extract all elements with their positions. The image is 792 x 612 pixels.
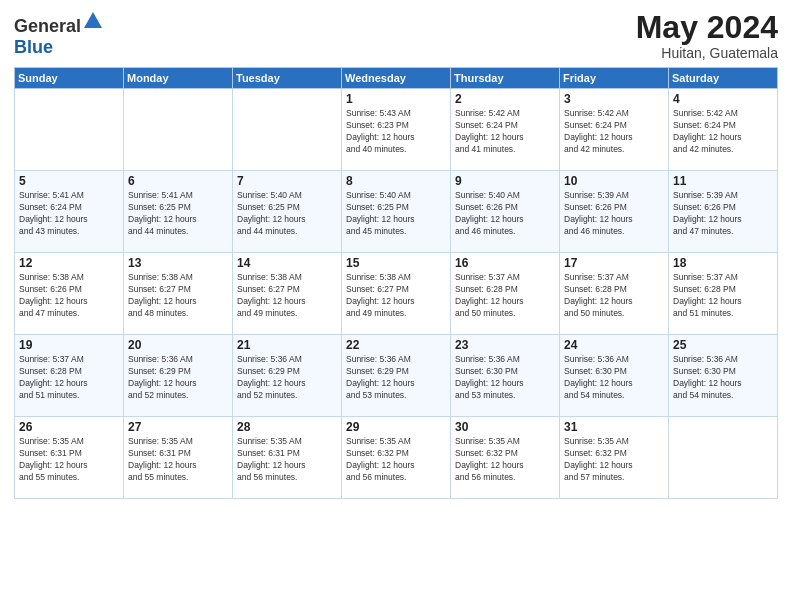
day-number: 18 [673,256,773,270]
day-info: Sunrise: 5:36 AM Sunset: 6:29 PM Dayligh… [346,354,446,402]
calendar-cell [669,417,778,499]
weekday-sunday: Sunday [15,68,124,89]
day-info: Sunrise: 5:36 AM Sunset: 6:29 PM Dayligh… [237,354,337,402]
day-number: 19 [19,338,119,352]
logo-general-text: General [14,16,81,36]
weekday-thursday: Thursday [451,68,560,89]
calendar-week-0: 1Sunrise: 5:43 AM Sunset: 6:23 PM Daylig… [15,89,778,171]
day-number: 16 [455,256,555,270]
calendar-cell: 17Sunrise: 5:37 AM Sunset: 6:28 PM Dayli… [560,253,669,335]
day-info: Sunrise: 5:37 AM Sunset: 6:28 PM Dayligh… [19,354,119,402]
calendar-week-2: 12Sunrise: 5:38 AM Sunset: 6:26 PM Dayli… [15,253,778,335]
day-info: Sunrise: 5:42 AM Sunset: 6:24 PM Dayligh… [673,108,773,156]
day-number: 2 [455,92,555,106]
day-number: 15 [346,256,446,270]
calendar-cell: 8Sunrise: 5:40 AM Sunset: 6:25 PM Daylig… [342,171,451,253]
day-info: Sunrise: 5:42 AM Sunset: 6:24 PM Dayligh… [564,108,664,156]
calendar-cell: 5Sunrise: 5:41 AM Sunset: 6:24 PM Daylig… [15,171,124,253]
calendar-cell: 20Sunrise: 5:36 AM Sunset: 6:29 PM Dayli… [124,335,233,417]
calendar-cell: 11Sunrise: 5:39 AM Sunset: 6:26 PM Dayli… [669,171,778,253]
calendar-cell: 23Sunrise: 5:36 AM Sunset: 6:30 PM Dayli… [451,335,560,417]
day-info: Sunrise: 5:35 AM Sunset: 6:31 PM Dayligh… [128,436,228,484]
day-number: 17 [564,256,664,270]
day-number: 4 [673,92,773,106]
day-info: Sunrise: 5:40 AM Sunset: 6:25 PM Dayligh… [237,190,337,238]
calendar-week-3: 19Sunrise: 5:37 AM Sunset: 6:28 PM Dayli… [15,335,778,417]
calendar-table: Sunday Monday Tuesday Wednesday Thursday… [14,67,778,499]
day-info: Sunrise: 5:43 AM Sunset: 6:23 PM Dayligh… [346,108,446,156]
day-info: Sunrise: 5:38 AM Sunset: 6:26 PM Dayligh… [19,272,119,320]
day-info: Sunrise: 5:38 AM Sunset: 6:27 PM Dayligh… [237,272,337,320]
calendar-week-1: 5Sunrise: 5:41 AM Sunset: 6:24 PM Daylig… [15,171,778,253]
day-info: Sunrise: 5:38 AM Sunset: 6:27 PM Dayligh… [128,272,228,320]
calendar-cell: 14Sunrise: 5:38 AM Sunset: 6:27 PM Dayli… [233,253,342,335]
day-info: Sunrise: 5:36 AM Sunset: 6:30 PM Dayligh… [455,354,555,402]
weekday-wednesday: Wednesday [342,68,451,89]
calendar-cell: 30Sunrise: 5:35 AM Sunset: 6:32 PM Dayli… [451,417,560,499]
weekday-row: Sunday Monday Tuesday Wednesday Thursday… [15,68,778,89]
day-info: Sunrise: 5:35 AM Sunset: 6:32 PM Dayligh… [564,436,664,484]
weekday-monday: Monday [124,68,233,89]
day-number: 26 [19,420,119,434]
day-number: 20 [128,338,228,352]
logo: General Blue [14,10,104,58]
day-info: Sunrise: 5:41 AM Sunset: 6:24 PM Dayligh… [19,190,119,238]
calendar-cell: 3Sunrise: 5:42 AM Sunset: 6:24 PM Daylig… [560,89,669,171]
calendar-cell [15,89,124,171]
weekday-tuesday: Tuesday [233,68,342,89]
day-number: 29 [346,420,446,434]
header: General Blue May 2024 Huitan, Guatemala [14,10,778,61]
calendar-cell: 28Sunrise: 5:35 AM Sunset: 6:31 PM Dayli… [233,417,342,499]
day-number: 31 [564,420,664,434]
day-info: Sunrise: 5:39 AM Sunset: 6:26 PM Dayligh… [673,190,773,238]
day-number: 25 [673,338,773,352]
calendar-cell: 18Sunrise: 5:37 AM Sunset: 6:28 PM Dayli… [669,253,778,335]
day-info: Sunrise: 5:39 AM Sunset: 6:26 PM Dayligh… [564,190,664,238]
day-info: Sunrise: 5:37 AM Sunset: 6:28 PM Dayligh… [564,272,664,320]
calendar-cell: 29Sunrise: 5:35 AM Sunset: 6:32 PM Dayli… [342,417,451,499]
day-info: Sunrise: 5:35 AM Sunset: 6:31 PM Dayligh… [19,436,119,484]
calendar-cell: 19Sunrise: 5:37 AM Sunset: 6:28 PM Dayli… [15,335,124,417]
day-number: 8 [346,174,446,188]
day-info: Sunrise: 5:35 AM Sunset: 6:32 PM Dayligh… [455,436,555,484]
month-title: May 2024 [636,10,778,45]
logo-icon [82,10,104,32]
day-number: 21 [237,338,337,352]
day-info: Sunrise: 5:35 AM Sunset: 6:31 PM Dayligh… [237,436,337,484]
day-info: Sunrise: 5:37 AM Sunset: 6:28 PM Dayligh… [673,272,773,320]
page: General Blue May 2024 Huitan, Guatemala … [0,0,792,612]
calendar-cell: 2Sunrise: 5:42 AM Sunset: 6:24 PM Daylig… [451,89,560,171]
calendar-cell: 6Sunrise: 5:41 AM Sunset: 6:25 PM Daylig… [124,171,233,253]
day-info: Sunrise: 5:40 AM Sunset: 6:25 PM Dayligh… [346,190,446,238]
calendar-cell: 15Sunrise: 5:38 AM Sunset: 6:27 PM Dayli… [342,253,451,335]
calendar-cell: 16Sunrise: 5:37 AM Sunset: 6:28 PM Dayli… [451,253,560,335]
calendar-cell: 26Sunrise: 5:35 AM Sunset: 6:31 PM Dayli… [15,417,124,499]
day-number: 9 [455,174,555,188]
day-number: 24 [564,338,664,352]
calendar-cell: 1Sunrise: 5:43 AM Sunset: 6:23 PM Daylig… [342,89,451,171]
calendar-header: Sunday Monday Tuesday Wednesday Thursday… [15,68,778,89]
day-info: Sunrise: 5:37 AM Sunset: 6:28 PM Dayligh… [455,272,555,320]
calendar-cell: 24Sunrise: 5:36 AM Sunset: 6:30 PM Dayli… [560,335,669,417]
day-info: Sunrise: 5:36 AM Sunset: 6:29 PM Dayligh… [128,354,228,402]
calendar-cell: 4Sunrise: 5:42 AM Sunset: 6:24 PM Daylig… [669,89,778,171]
day-info: Sunrise: 5:41 AM Sunset: 6:25 PM Dayligh… [128,190,228,238]
calendar-body: 1Sunrise: 5:43 AM Sunset: 6:23 PM Daylig… [15,89,778,499]
day-number: 3 [564,92,664,106]
day-number: 14 [237,256,337,270]
calendar-cell: 22Sunrise: 5:36 AM Sunset: 6:29 PM Dayli… [342,335,451,417]
day-number: 22 [346,338,446,352]
weekday-saturday: Saturday [669,68,778,89]
day-number: 10 [564,174,664,188]
day-info: Sunrise: 5:36 AM Sunset: 6:30 PM Dayligh… [564,354,664,402]
location: Huitan, Guatemala [636,45,778,61]
calendar-cell: 13Sunrise: 5:38 AM Sunset: 6:27 PM Dayli… [124,253,233,335]
day-number: 5 [19,174,119,188]
title-block: May 2024 Huitan, Guatemala [636,10,778,61]
day-info: Sunrise: 5:40 AM Sunset: 6:26 PM Dayligh… [455,190,555,238]
calendar-cell: 10Sunrise: 5:39 AM Sunset: 6:26 PM Dayli… [560,171,669,253]
day-number: 6 [128,174,228,188]
day-number: 7 [237,174,337,188]
calendar-cell [124,89,233,171]
calendar-cell: 9Sunrise: 5:40 AM Sunset: 6:26 PM Daylig… [451,171,560,253]
